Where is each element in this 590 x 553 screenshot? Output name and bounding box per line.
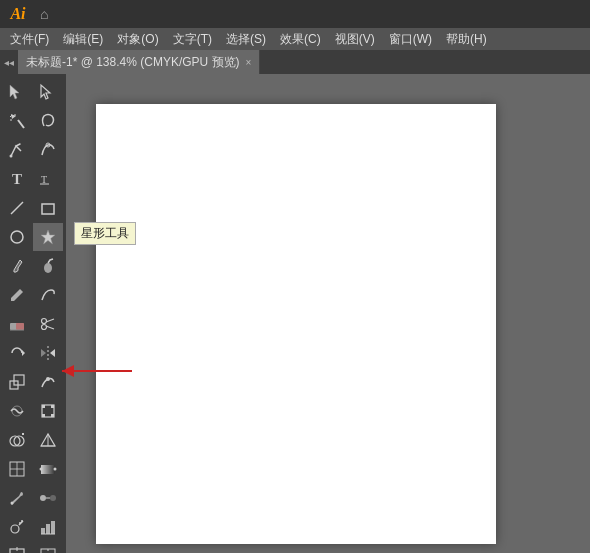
svg-point-21: [42, 319, 47, 324]
tool-row-11: [2, 368, 64, 396]
pen-tool[interactable]: [2, 136, 32, 164]
svg-marker-25: [22, 350, 25, 356]
tool-row-13: [2, 426, 64, 454]
home-icon[interactable]: ⌂: [40, 6, 48, 22]
toolbar: T T: [0, 74, 66, 553]
svg-point-55: [11, 525, 19, 533]
svg-line-23: [46, 319, 54, 322]
svg-rect-19: [16, 323, 24, 330]
menu-text[interactable]: 文字(T): [167, 29, 218, 50]
eyedropper-tool[interactable]: [2, 484, 32, 512]
svg-point-56: [19, 522, 21, 524]
menu-select[interactable]: 选择(S): [220, 29, 272, 50]
svg-point-51: [11, 502, 14, 505]
scissors-tool[interactable]: [33, 310, 63, 338]
svg-point-17: [44, 263, 52, 273]
type-tool[interactable]: T: [2, 165, 32, 193]
svg-rect-34: [42, 405, 45, 408]
menu-effect[interactable]: 效果(C): [274, 29, 327, 50]
svg-point-50: [54, 468, 57, 471]
canvas-area: 星形工具: [66, 74, 590, 553]
svg-point-57: [21, 520, 23, 522]
curvature-tool[interactable]: [33, 136, 63, 164]
slice-tool[interactable]: [33, 542, 63, 553]
blob-brush-tool[interactable]: [33, 252, 63, 280]
svg-rect-35: [51, 405, 54, 408]
svg-marker-0: [10, 85, 19, 99]
menu-window[interactable]: 窗口(W): [383, 29, 438, 50]
svg-rect-59: [46, 524, 50, 534]
tab-scroll-left[interactable]: ◂◂: [0, 57, 18, 68]
svg-point-7: [10, 155, 13, 158]
svg-rect-36: [42, 414, 45, 417]
menu-view[interactable]: 视图(V): [329, 29, 381, 50]
tool-row-15: [2, 484, 64, 512]
menu-bar: 文件(F) 编辑(E) 对象(O) 文字(T) 选择(S) 效果(C) 视图(V…: [0, 28, 590, 50]
star-tool[interactable]: [33, 223, 63, 251]
selection-tool[interactable]: [2, 78, 32, 106]
paintbrush-tool[interactable]: [2, 252, 32, 280]
svg-marker-14: [41, 230, 55, 244]
menu-file[interactable]: 文件(F): [4, 29, 55, 50]
svg-text:T: T: [41, 174, 47, 185]
svg-point-49: [40, 468, 43, 471]
svg-line-24: [46, 326, 54, 329]
menu-help[interactable]: 帮助(H): [440, 29, 493, 50]
reflect-tool[interactable]: [33, 339, 63, 367]
mesh-tool[interactable]: [2, 455, 32, 483]
svg-point-31: [46, 377, 50, 381]
svg-point-52: [40, 495, 46, 501]
shape-builder-tool[interactable]: [2, 426, 32, 454]
svg-marker-1: [41, 85, 50, 99]
main-area: T T: [0, 74, 590, 553]
tool-row-3: [2, 136, 64, 164]
reshape-tool[interactable]: [33, 368, 63, 396]
tool-row-12: [2, 397, 64, 425]
tool-row-10: [2, 339, 64, 367]
title-bar: Ai ⌂: [0, 0, 590, 28]
svg-marker-27: [41, 349, 46, 357]
column-graph-tool[interactable]: [33, 513, 63, 541]
smooth-tool[interactable]: [33, 281, 63, 309]
tool-row-7: [2, 252, 64, 280]
tab-close-button[interactable]: ×: [246, 57, 252, 68]
tool-row-2: [2, 107, 64, 135]
gradient-tool[interactable]: [33, 455, 63, 483]
artboard-tool[interactable]: [2, 542, 32, 553]
blend-tool[interactable]: [33, 484, 63, 512]
canvas-document: [96, 104, 496, 544]
svg-rect-58: [41, 528, 45, 534]
rectangle-tool[interactable]: [33, 194, 63, 222]
tab-label: 未标题-1* @ 138.4% (CMYK/GPU 预览): [26, 54, 240, 71]
ellipse-tool[interactable]: [2, 223, 32, 251]
svg-rect-12: [42, 204, 54, 214]
symbol-sprayer-tool[interactable]: [2, 513, 32, 541]
tool-row-8: [2, 281, 64, 309]
svg-point-22: [42, 325, 47, 330]
eraser-tool[interactable]: [2, 310, 32, 338]
tool-row-4: T T: [2, 165, 64, 193]
svg-line-2: [18, 120, 24, 128]
svg-line-11: [11, 202, 23, 214]
line-segment-tool[interactable]: [2, 194, 32, 222]
perspective-grid-tool[interactable]: [33, 426, 63, 454]
menu-edit[interactable]: 编辑(E): [57, 29, 109, 50]
warp-tool[interactable]: [2, 397, 32, 425]
svg-marker-28: [50, 349, 55, 357]
document-tab[interactable]: 未标题-1* @ 138.4% (CMYK/GPU 预览) ×: [18, 50, 260, 74]
ai-logo: Ai: [4, 5, 32, 23]
touch-type-tool[interactable]: T: [33, 165, 63, 193]
rotate-tool[interactable]: [2, 339, 32, 367]
magic-wand-tool[interactable]: [2, 107, 32, 135]
free-transform-tool[interactable]: [33, 397, 63, 425]
menu-object[interactable]: 对象(O): [111, 29, 164, 50]
tab-bar: ◂◂ 未标题-1* @ 138.4% (CMYK/GPU 预览) ×: [0, 50, 590, 74]
lasso-tool[interactable]: [33, 107, 63, 135]
svg-rect-37: [51, 414, 54, 417]
pencil-tool[interactable]: [2, 281, 32, 309]
tool-row-17: [2, 542, 64, 553]
tool-row-6: [2, 223, 64, 251]
scale-tool[interactable]: [2, 368, 32, 396]
direct-selection-tool[interactable]: [33, 78, 63, 106]
tool-row-16: [2, 513, 64, 541]
